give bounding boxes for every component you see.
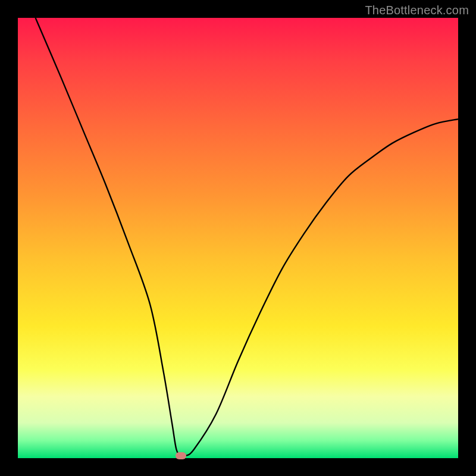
chart-frame: TheBottleneck.com <box>0 0 476 476</box>
bottleneck-curve <box>18 18 458 458</box>
watermark: TheBottleneck.com <box>365 4 469 17</box>
plot-area <box>18 18 458 458</box>
optimum-marker <box>176 452 186 459</box>
